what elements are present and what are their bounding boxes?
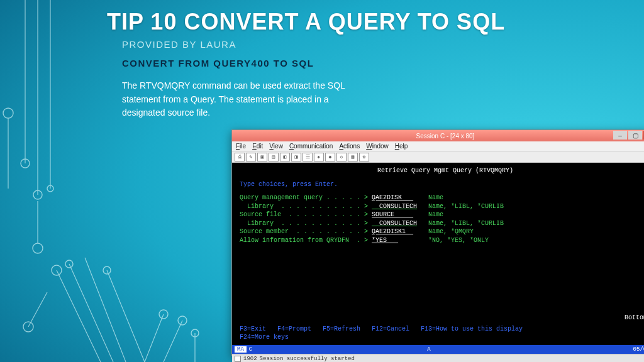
window-titlebar[interactable]: Session C - [24 x 80] – ▢ × xyxy=(232,130,644,141)
menu-actions[interactable]: Actions xyxy=(339,143,360,150)
screen-title: Retrieve Query Mgmt Query (RTVQMQRY) xyxy=(240,167,644,175)
svg-point-17 xyxy=(33,243,43,253)
status-c: C xyxy=(247,346,255,353)
svg-point-5 xyxy=(47,185,53,192)
status-a: A xyxy=(425,346,433,353)
svg-line-8 xyxy=(57,270,101,362)
minimize-button[interactable]: – xyxy=(613,131,627,140)
toolbar: ⎙ ✎ ▣ ▤ ◧ ◨ ☰ ✚ ◆ ◇ ▦ ✿ xyxy=(232,151,644,163)
svg-line-21 xyxy=(164,321,182,362)
status-bar-outer: 1902 Session successfully started xyxy=(232,354,644,362)
svg-point-20 xyxy=(159,310,168,319)
svg-point-4 xyxy=(33,190,42,199)
field-value[interactable]: CONSULTECH xyxy=(372,220,417,227)
svg-point-3 xyxy=(21,159,30,168)
field-label: Query management query . . . . . > xyxy=(240,194,368,201)
field-label: Library . . . . . . . . . . . > xyxy=(240,220,368,227)
status-indicator-icon xyxy=(235,356,241,362)
slide-body: The RTVQMQRY command can be used extract… xyxy=(122,79,361,120)
toolbar-button[interactable]: ✿ xyxy=(359,153,369,162)
field-label: Library . . . . . . . . . . . > xyxy=(240,203,368,210)
toolbar-button[interactable]: ◧ xyxy=(280,153,290,162)
window-title: Session C - [24 x 80] xyxy=(416,133,475,140)
provided-by: PROVIDED BY LAURA xyxy=(122,39,236,50)
field-row: Query management query . . . . . > QAE2D… xyxy=(240,194,644,202)
svg-point-24 xyxy=(191,329,199,337)
svg-point-15 xyxy=(23,322,33,332)
svg-point-22 xyxy=(178,316,187,325)
toolbar-button[interactable]: ◆ xyxy=(325,153,335,162)
field-label: Source member . . . . . . . . . > xyxy=(240,228,368,235)
field-value[interactable]: QAE2DISK xyxy=(372,194,413,201)
field-row: Source file . . . . . . . . . . > SOURCE… xyxy=(240,211,644,219)
menu-help[interactable]: Help xyxy=(395,143,408,150)
svg-point-6 xyxy=(3,108,13,118)
screen-bottom-indicator: Bottom xyxy=(240,314,644,322)
status-bar-inner: MA C A 05/037 xyxy=(232,345,644,354)
toolbar-button[interactable]: ◇ xyxy=(336,153,347,162)
svg-line-19 xyxy=(145,314,164,362)
svg-line-16 xyxy=(28,292,47,327)
status-message: Session successfully started xyxy=(260,356,355,362)
slide-title: TIP 10 CONVERT A QUERY TO SQL xyxy=(107,9,505,35)
menu-communication[interactable]: Communication xyxy=(289,143,333,150)
field-help: Name, *LIBL, *CURLIB xyxy=(428,220,504,227)
svg-line-10 xyxy=(85,258,126,362)
toolbar-button[interactable]: ▦ xyxy=(348,153,358,162)
toolbar-button[interactable]: ▤ xyxy=(269,153,279,162)
menu-view[interactable]: View xyxy=(269,143,283,150)
field-label: Source file . . . . . . . . . . > xyxy=(240,211,368,218)
field-value[interactable]: *YES xyxy=(372,237,398,244)
field-value[interactable]: QAE2DISK1 xyxy=(372,228,413,235)
status-ma: MA xyxy=(235,346,247,353)
menu-edit[interactable]: Edit xyxy=(252,143,263,150)
toolbar-button[interactable]: ✎ xyxy=(246,153,256,162)
field-row: Library . . . . . . . . . . . > CONSULTE… xyxy=(240,219,644,228)
menu-file[interactable]: File xyxy=(236,143,246,150)
svg-point-14 xyxy=(103,266,111,274)
toolbar-button[interactable]: ▣ xyxy=(257,153,267,162)
field-help: Name, *LIBL, *CURLIB xyxy=(428,203,504,210)
svg-line-9 xyxy=(69,264,113,362)
status-code: 1902 xyxy=(243,356,257,362)
field-row: Source member . . . . . . . . . > QAE2DI… xyxy=(240,228,644,236)
menu-window[interactable]: Window xyxy=(366,143,389,150)
field-help: Name xyxy=(428,211,443,218)
function-keys: F3=Exit F4=Prompt F5=Refresh F12=Cancel … xyxy=(240,325,644,342)
status-pos: 05/037 xyxy=(631,346,644,353)
field-row: Allow information from QRYDFN . > *YES *… xyxy=(240,236,644,245)
svg-point-13 xyxy=(65,260,73,268)
maximize-button[interactable]: ▢ xyxy=(628,131,642,140)
toolbar-button[interactable]: ◨ xyxy=(291,153,301,162)
field-value[interactable]: SOURCE xyxy=(372,211,413,218)
field-value[interactable]: CONSULTECH xyxy=(372,203,417,210)
menubar: File Edit View Communication Actions Win… xyxy=(232,141,644,151)
field-row: Library . . . . . . . . . . . > CONSULTE… xyxy=(240,202,644,211)
field-label: Allow information from QRYDFN . > xyxy=(240,237,368,244)
field-help: Name xyxy=(428,194,443,201)
screen-prompt: Type choices, press Enter. xyxy=(240,180,644,189)
field-help: Name, *QMQRY xyxy=(428,228,474,235)
svg-line-11 xyxy=(107,270,145,362)
toolbar-button[interactable]: ☰ xyxy=(303,153,313,162)
slide-subheading: CONVERT FROM QUERY400 TO SQL xyxy=(122,58,314,69)
toolbar-button[interactable]: ⎙ xyxy=(235,153,245,162)
svg-point-12 xyxy=(52,265,62,275)
terminal-window: Session C - [24 x 80] – ▢ × File Edit Vi… xyxy=(231,129,644,356)
field-help: *NO, *YES, *ONLY xyxy=(428,237,489,244)
terminal-screen[interactable]: Retrieve Query Mgmt Query (RTVQMQRY) Typ… xyxy=(232,163,644,345)
toolbar-button[interactable]: ✚ xyxy=(314,153,324,162)
